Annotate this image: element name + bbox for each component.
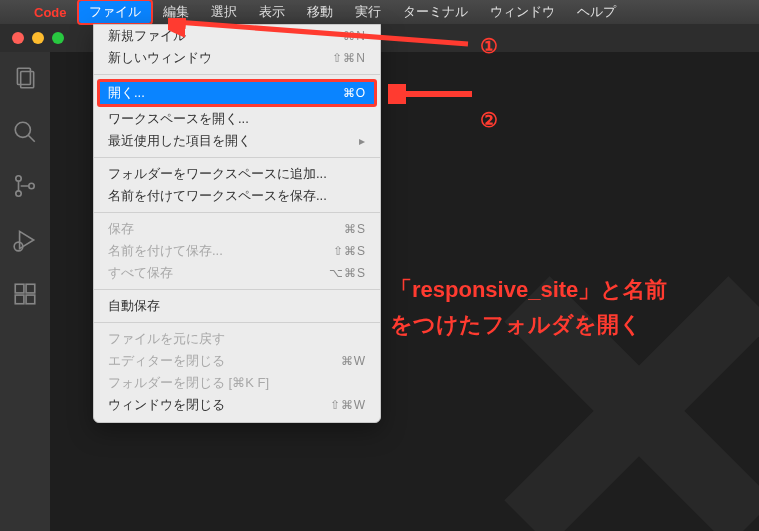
svg-point-2 [15, 122, 30, 137]
menu-label: ファイルを元に戻す [108, 330, 225, 348]
menu-shortcut: ⌥⌘S [329, 266, 366, 280]
menu-separator [94, 322, 380, 323]
menu-shortcut: ⌘W [341, 354, 366, 368]
svg-point-8 [14, 242, 23, 251]
menu-label: 自動保存 [108, 297, 160, 315]
menu-shortcut: ⇧⌘W [330, 398, 366, 412]
zoom-window-button[interactable] [52, 32, 64, 44]
close-window-button[interactable] [12, 32, 24, 44]
explorer-icon[interactable] [11, 64, 39, 92]
menu-close-editor: エディターを閉じる⌘W [94, 350, 380, 372]
chevron-right-icon: ▸ [359, 134, 366, 148]
annotation-arrow-1 [168, 18, 478, 58]
menu-save-workspace[interactable]: 名前を付けてワークスペースを保存... [94, 185, 380, 207]
menu-auto-save[interactable]: 自動保存 [94, 295, 380, 317]
menu-label: 名前を付けてワークスペースを保存... [108, 187, 327, 205]
menu-file[interactable]: ファイル [79, 1, 151, 23]
annotation-text-line: 「responsive_site」と名前 [390, 272, 667, 307]
menu-window[interactable]: ウィンドウ [480, 1, 565, 23]
svg-line-3 [28, 135, 35, 142]
menu-label: フォルダーを閉じる [⌘K F] [108, 374, 269, 392]
menu-label: ウィンドウを閉じる [108, 396, 225, 414]
annotation-text: 「responsive_site」と名前 をつけたフォルダを開く [390, 272, 667, 342]
file-menu-dropdown: 新規ファイル⌘N 新しいウィンドウ⇧⌘N 開く...⌘O ワークスペースを開く.… [93, 24, 381, 423]
extensions-icon[interactable] [11, 280, 39, 308]
menu-save-all: すべて保存⌥⌘S [94, 262, 380, 284]
menu-label: フォルダーをワークスペースに追加... [108, 165, 327, 183]
menu-label: エディターを閉じる [108, 352, 225, 370]
menu-separator [94, 289, 380, 290]
app-name[interactable]: Code [24, 5, 77, 20]
menu-label: すべて保存 [108, 264, 173, 282]
annotation-number-1: ① [480, 34, 498, 58]
annotation-number-2: ② [480, 108, 498, 132]
annotation-text-line: をつけたフォルダを開く [390, 307, 667, 342]
menu-revert: ファイルを元に戻す [94, 328, 380, 350]
menu-add-folder[interactable]: フォルダーをワークスペースに追加... [94, 163, 380, 185]
debug-icon[interactable] [11, 226, 39, 254]
menu-label: 名前を付けて保存... [108, 242, 223, 260]
svg-rect-12 [26, 284, 35, 293]
menu-close-folder: フォルダーを閉じる [⌘K F] [94, 372, 380, 394]
svg-rect-10 [15, 295, 24, 304]
svg-line-15 [176, 22, 468, 44]
menu-help[interactable]: ヘルプ [567, 1, 626, 23]
menu-close-window[interactable]: ウィンドウを閉じる⇧⌘W [94, 394, 380, 416]
svg-point-6 [29, 183, 34, 188]
menu-shortcut: ⌘O [343, 86, 366, 100]
search-icon[interactable] [11, 118, 39, 146]
menu-label: ワークスペースを開く... [108, 110, 249, 128]
menu-open-recent[interactable]: 最近使用した項目を開く▸ [94, 130, 380, 152]
menu-separator [94, 74, 380, 75]
menu-separator [94, 212, 380, 213]
menu-label: 開く... [108, 84, 145, 102]
menu-shortcut: ⇧⌘S [333, 244, 366, 258]
menu-separator [94, 157, 380, 158]
menu-label: 保存 [108, 220, 134, 238]
menu-save: 保存⌘S [94, 218, 380, 240]
menu-open[interactable]: 開く...⌘O [98, 80, 376, 106]
svg-marker-7 [20, 231, 34, 248]
menu-open-workspace[interactable]: ワークスペースを開く... [94, 108, 380, 130]
menu-save-as: 名前を付けて保存...⇧⌘S [94, 240, 380, 262]
menu-label: 最近使用した項目を開く [108, 132, 251, 150]
minimize-window-button[interactable] [32, 32, 44, 44]
activity-bar [0, 52, 50, 531]
svg-rect-11 [26, 295, 35, 304]
svg-point-4 [16, 176, 21, 181]
svg-point-5 [16, 191, 21, 196]
source-control-icon[interactable] [11, 172, 39, 200]
svg-rect-9 [15, 284, 24, 293]
annotation-arrow-2 [388, 84, 478, 104]
menu-shortcut: ⌘S [344, 222, 366, 236]
